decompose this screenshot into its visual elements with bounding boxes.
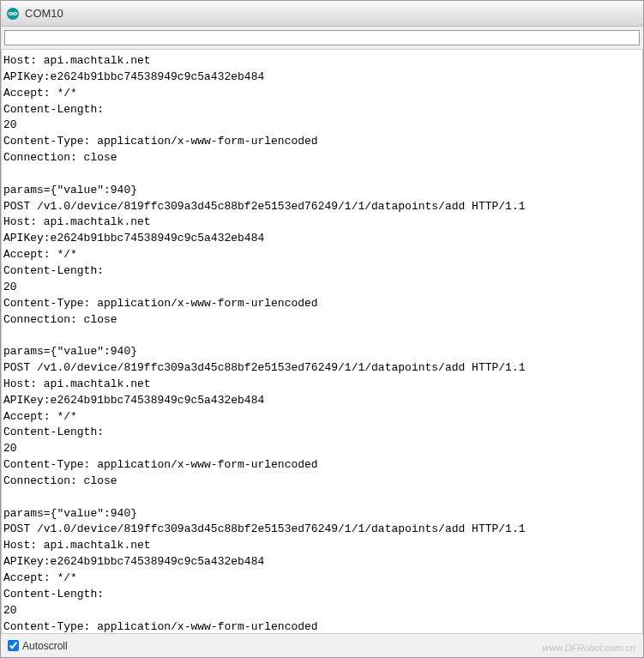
input-bar <box>1 27 643 50</box>
serial-input[interactable] <box>4 30 640 45</box>
bottom-bar: Autoscroll <box>1 633 643 657</box>
autoscroll-checkbox[interactable] <box>8 640 19 651</box>
autoscroll-checkbox-label[interactable]: Autoscroll <box>8 640 68 652</box>
arduino-icon <box>6 7 20 21</box>
serial-output[interactable]: Host: api.machtalk.net APIKey:e2624b91bb… <box>1 50 643 633</box>
autoscroll-text: Autoscroll <box>22 640 68 652</box>
titlebar[interactable]: COM10 <box>1 1 643 27</box>
window-title: COM10 <box>25 7 63 20</box>
serial-monitor-window: COM10 Host: api.machtalk.net APIKey:e262… <box>0 0 644 658</box>
